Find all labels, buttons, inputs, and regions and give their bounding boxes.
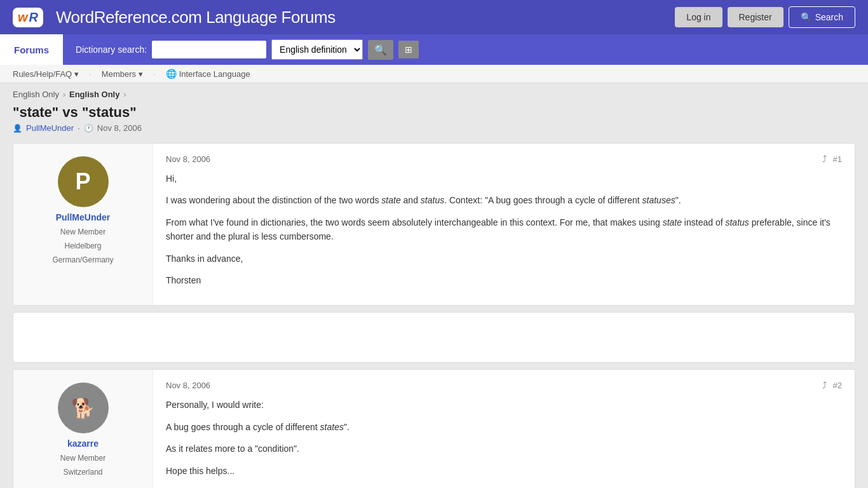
page-title-area: "state" vs "status" 👤 PullMeUnder · 🕐 No… — [0, 102, 868, 137]
post-2-header: Nov 8, 2006 ⤴ #2 — [166, 380, 842, 390]
site-title: WordReference.com Language Forums — [56, 8, 336, 27]
members-label: Members — [102, 69, 136, 79]
post-1-header-right: ⤴ #1 — [822, 154, 842, 164]
post-1-p1: Hi, — [166, 172, 842, 186]
logo-r: R — [29, 10, 38, 25]
members-chevron-icon: ▾ — [139, 69, 143, 79]
post-1-num: #1 — [833, 154, 842, 164]
post-2-p2: A bug goes through a cycle of different … — [166, 420, 842, 434]
post-2-header-right: ⤴ #2 — [822, 380, 842, 390]
post-1-avatar: P — [58, 156, 109, 207]
interface-language-link[interactable]: 🌐 Interface Language — [166, 69, 250, 79]
post-date: Nov 8, 2006 — [97, 123, 142, 133]
logo-w: w — [18, 10, 28, 25]
subnav: Rules/Help/FAQ ▾ · Members ▾ · 🌐 Interfa… — [0, 65, 868, 83]
post-1-language: German/Germany — [52, 255, 113, 264]
breadcrumb-link-1[interactable]: English Only — [13, 90, 59, 99]
post-2-share-icon[interactable]: ⤴ — [822, 380, 827, 390]
breadcrumb-sep1: › — [63, 90, 65, 99]
post-1-p5: Thorsten — [166, 273, 842, 287]
post-1-header: Nov 8, 2006 ⤴ #1 — [166, 154, 842, 164]
dict-search-area: Dictionary search: English definition Sp… — [63, 34, 868, 65]
post-1-body: Nov 8, 2006 ⤴ #1 Hi, I was wondering abo… — [153, 144, 855, 305]
post-author-link[interactable]: PullMeUnder — [26, 123, 74, 133]
post-1-username[interactable]: PullMeUnder — [56, 212, 111, 222]
register-button[interactable]: Register — [728, 7, 783, 27]
breadcrumb-sep2: › — [123, 90, 126, 99]
post-1-share-icon[interactable]: ⤴ — [822, 154, 827, 164]
post-2-username[interactable]: kazarre — [67, 438, 98, 449]
header-left: wR WordReference.com Language Forums — [13, 8, 336, 27]
breadcrumb-current: English Only — [69, 90, 119, 99]
post-1-location: Heidelberg — [64, 241, 101, 250]
search-icon: 🔍 — [801, 12, 811, 22]
forums-button[interactable]: Forums — [0, 34, 63, 65]
post-1-p4: Thanks in advance, — [166, 252, 842, 266]
header-right: Log in Register 🔍 Search — [675, 6, 855, 28]
navbar: Forums Dictionary search: English defini… — [0, 34, 868, 65]
breadcrumb: English Only › English Only › — [0, 83, 868, 102]
login-button[interactable]: Log in — [675, 7, 722, 27]
dict-search-label: Dictionary search: — [76, 44, 147, 55]
post-2-p1: Personally, I would write: — [166, 398, 842, 412]
subnav-sep1: · — [89, 69, 92, 79]
post-1-sidebar: P PullMeUnder New Member Heidelberg Germ… — [13, 144, 153, 305]
members-link[interactable]: Members ▾ — [102, 69, 143, 79]
post-1-p2: I was wondering about the distinction of… — [166, 193, 842, 207]
search-button[interactable]: 🔍 Search — [789, 6, 855, 28]
globe-icon: 🌐 — [166, 69, 177, 79]
post-2-location: Switzerland — [63, 468, 102, 477]
post-2-num: #2 — [833, 381, 842, 390]
post-2-sidebar: 🐕 kazarre New Member Switzerland — [13, 370, 153, 488]
content: P PullMeUnder New Member Heidelberg Germ… — [0, 137, 868, 488]
user-icon: 👤 — [13, 124, 22, 133]
post-2-date: Nov 8, 2006 — [166, 381, 210, 390]
dict-language-select[interactable]: English definition Spanish French Italia… — [271, 39, 363, 60]
post-2-text: Personally, I would write: A bug goes th… — [166, 398, 842, 478]
dict-search-input[interactable] — [152, 41, 266, 58]
interface-language-label: Interface Language — [179, 69, 250, 79]
page-title: "state" vs "status" — [13, 104, 855, 121]
post-1-text: Hi, I was wondering about the distinctio… — [166, 172, 842, 287]
site-logo[interactable]: wR — [13, 8, 43, 27]
post-2: 🐕 kazarre New Member Switzerland Nov 8, … — [13, 369, 855, 488]
post-1: P PullMeUnder New Member Heidelberg Germ… — [13, 143, 855, 306]
post-1-role: New Member — [60, 227, 105, 236]
post-2-body: Nov 8, 2006 ⤴ #2 Personally, I would wri… — [153, 370, 855, 488]
rules-label: Rules/Help/FAQ — [13, 69, 72, 79]
post-2-p4: Hope this helps... — [166, 464, 842, 478]
clock-icon: 🕐 — [84, 124, 93, 133]
rules-chevron-icon: ▾ — [74, 69, 79, 79]
dict-search-go-button[interactable]: 🔍 — [368, 40, 393, 60]
ad-container — [13, 312, 855, 363]
site-header: wR WordReference.com Language Forums Log… — [0, 0, 868, 34]
post-2-p3: As it relates more to a "condition". — [166, 442, 842, 456]
post-meta-sep: · — [78, 123, 80, 133]
rules-link[interactable]: Rules/Help/FAQ ▾ — [13, 69, 79, 79]
search-label: Search — [815, 12, 843, 22]
post-2-avatar: 🐕 — [58, 383, 109, 433]
post-1-date: Nov 8, 2006 — [166, 154, 210, 164]
dict-search-extra-button[interactable]: ⊞ — [398, 41, 419, 58]
post-2-role: New Member — [60, 454, 105, 463]
subnav-sep2: · — [153, 69, 156, 79]
post-meta: 👤 PullMeUnder · 🕐 Nov 8, 2006 — [13, 123, 855, 133]
post-1-p3: From what I've found in dictionaries, th… — [166, 215, 842, 244]
